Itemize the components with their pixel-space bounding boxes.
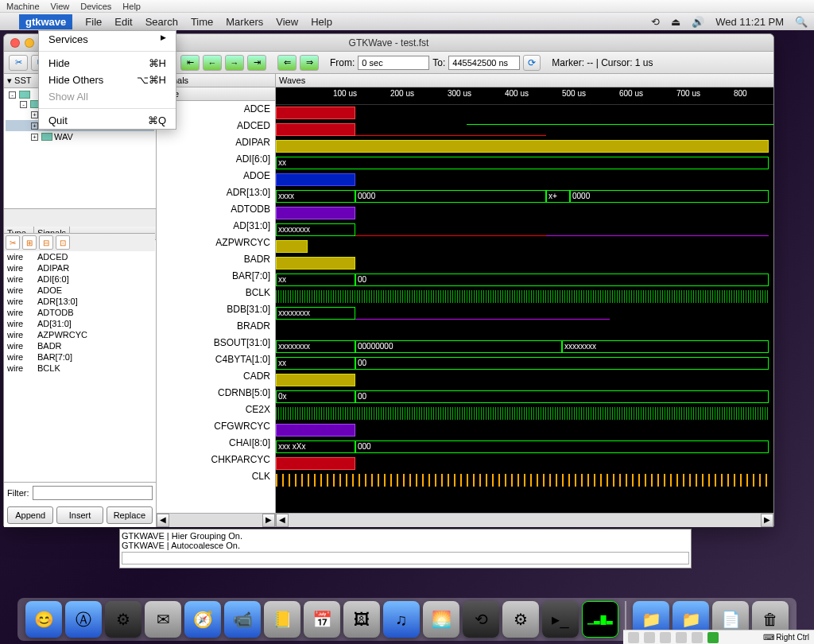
dock-gtkwave[interactable]: ▁▃█▃ [582,601,618,638]
menu-view[interactable]: View [276,16,298,28]
menu-hide[interactable]: Hide⌘H [39,55,176,72]
to-label: To: [432,57,445,68]
vm-menu-devices[interactable]: Devices [80,2,111,11]
signals-panel: Signals Time ADCEADCEDADIPARADI[6:0]ADOE… [157,74,276,527]
dock-timemachine[interactable]: ⟲ [463,601,499,638]
first-button[interactable]: ⇤ [180,55,200,71]
replace-button[interactable]: Replace [107,506,153,524]
vm-net-icon[interactable] [660,632,671,643]
vm-menubar: Machine View Devices Help [0,0,814,13]
app-menu[interactable]: gtkwave [19,14,72,29]
dock-contacts[interactable]: 📒 [264,601,300,638]
dock-preview[interactable]: 🖼 [343,601,380,638]
filter-input[interactable] [33,486,153,500]
prev-button[interactable]: ← [203,55,222,71]
menu-time[interactable]: Time [191,16,213,28]
marker-label: Marker: -- | Cursor: 1 us [552,57,653,68]
menu-markers[interactable]: Markers [226,16,263,28]
dock-sysprefs[interactable]: ⚙ [105,601,141,638]
eject-icon[interactable]: ⏏ [671,16,680,28]
signal-names[interactable]: ADCEADCEDADIPARADI[6:0]ADOEADR[13:0]ADTO… [157,101,275,513]
minimize-button[interactable] [25,38,34,48]
dock-facetime[interactable]: 📹 [224,601,261,638]
insert-button[interactable]: Insert [56,506,103,524]
dock-appstore[interactable]: Ⓐ [65,601,102,638]
vm-shared-icon[interactable] [692,632,703,643]
menu-edit[interactable]: Edit [114,16,132,28]
signal-rows[interactable]: wireADCEwireADCEDwireADIPARwireADI[6:0]w… [4,240,156,482]
dock-iphoto[interactable]: 🌅 [423,601,459,638]
app-dropdown: Services Hide⌘H Hide Others⌥⌘H Show All … [38,30,176,130]
time-ruler[interactable]: 100 us200 us300 us400 us500 us600 us700 … [276,87,773,105]
terminal: GTKWAVE | Hier Grouping On. GTKWAVE | Au… [119,529,692,568]
dock-itunes[interactable]: ♫ [383,601,420,638]
vm-cd-icon[interactable] [644,632,655,643]
clock[interactable]: Wed 11:21 PM [715,16,784,28]
wave-panel: Waves 100 us200 us300 us400 us500 us600 … [276,74,773,527]
vm-usb-icon[interactable] [676,632,687,643]
left-panel: ▾ SST - - + CMP + PCI + WAV ✂ ⊞ ⊟ ⊡ [4,74,157,527]
terminal-input[interactable] [122,552,689,564]
signal-list: Type Signals wireADCEwireADCEDwireADIPAR… [4,227,156,527]
mac-menubar: gtkwave File Edit Search Time Markers Vi… [0,13,814,30]
vm-menu-view[interactable]: View [51,2,70,11]
last-button[interactable]: ⇥ [247,55,266,71]
waves[interactable]: xxxxxx0000x+0000xxxxxxxxxx00xxxxxxxxxxxx… [276,105,773,513]
append-button[interactable]: Append [7,506,53,524]
window-title: GTKWave - test.fst [349,37,429,48]
vm-hd-icon[interactable] [628,632,639,643]
from-label: From: [330,57,355,68]
back-button[interactable]: ⇐ [277,55,297,71]
tree-wav[interactable]: + WAV [6,131,154,142]
menu-services[interactable]: Services [39,31,176,48]
vm-mouse-icon[interactable] [707,632,719,643]
volume-icon[interactable]: 🔊 [692,16,704,28]
vm-menu-machine[interactable]: Machine [6,2,40,11]
close-button[interactable] [10,38,20,48]
next-button[interactable]: → [225,55,244,71]
dock-finder[interactable]: 😊 [25,601,62,638]
vm-hostkey: ⌨ Right Ctrl [763,633,809,642]
dock-terminal[interactable]: ▸_ [542,601,579,638]
dock-calendar[interactable]: 📅 [304,601,340,638]
dock-safari[interactable]: 🧭 [184,601,221,638]
cut-button[interactable]: ✂ [9,55,28,71]
menu-search[interactable]: Search [145,16,178,28]
menu-show-all: Show All [39,88,176,105]
menu-hide-others[interactable]: Hide Others⌥⌘H [39,72,176,88]
filter-label: Filter: [7,488,29,498]
to-input[interactable] [448,56,520,70]
menu-quit[interactable]: Quit⌘Q [39,112,176,129]
waves-header: Waves [276,74,773,87]
spotlight-icon[interactable]: 🔍 [795,16,808,28]
vm-statusbar: ⌨ Right Ctrl [623,630,814,644]
vm-menu-help[interactable]: Help [122,2,141,11]
dock-settings[interactable]: ⚙ [502,601,539,638]
from-input[interactable] [358,56,429,70]
timemachine-icon[interactable]: ⟲ [651,16,660,28]
menu-help[interactable]: Help [311,16,332,28]
dock-mail[interactable]: ✉ [145,601,181,638]
fwd-button[interactable]: ⇒ [300,55,319,71]
wave-hscroll[interactable]: ◀▶ [276,513,773,527]
menu-file[interactable]: File [85,16,102,28]
reload-button[interactable]: ⟳ [523,55,541,71]
